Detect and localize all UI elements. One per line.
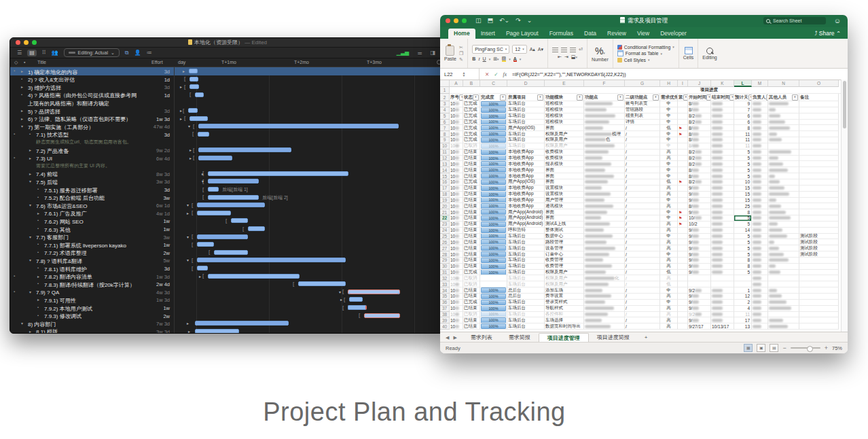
cell-progress[interactable]: 100% <box>480 294 507 300</box>
filter-icon[interactable]: ▾ <box>683 94 689 101</box>
gantt-bar[interactable] <box>189 77 198 82</box>
cell-funcpoint[interactable]: 化 <box>584 275 625 281</box>
cell-module[interactable]: 收费管理 <box>545 258 584 264</box>
cell-others[interactable] <box>768 234 799 240</box>
task-row[interactable]: ▾7.8) ? 语料库&翻译5w <box>10 256 174 264</box>
font-size-select[interactable]: 12▾ <box>512 45 526 54</box>
cell-flag[interactable] <box>678 300 688 306</box>
cell-progress[interactable]: 100% <box>480 113 507 120</box>
cell-flag[interactable]: ⚑ <box>678 125 688 131</box>
disclosure-icon[interactable]: • <box>37 313 39 317</box>
column-header[interactable]: 预计天▾ <box>734 94 752 101</box>
cell-funcpoint[interactable] <box>584 120 625 126</box>
cell-end-date[interactable] <box>711 258 734 264</box>
cell-start-date[interactable]: 8/ <box>688 167 711 173</box>
cell-flag[interactable] <box>678 167 688 173</box>
cell-subfunc[interactable]: / <box>625 150 660 156</box>
cell-remark[interactable] <box>799 173 839 179</box>
cell-owner[interactable] <box>752 300 768 306</box>
gantt-bar[interactable] <box>198 147 291 152</box>
row-number[interactable]: 12 <box>440 156 450 162</box>
cell-remark[interactable] <box>799 192 839 198</box>
cell-serial[interactable]: 10 <box>450 294 463 300</box>
cell-start-date[interactable]: 8/ <box>688 125 711 131</box>
column-header[interactable]: 功能点▾ <box>584 94 625 101</box>
cell-flag[interactable]: ⚑ <box>678 179 688 186</box>
column-header[interactable]: 二级功能点▾ <box>625 94 660 101</box>
cell-days[interactable]: 14 <box>734 228 752 234</box>
cell-flag[interactable] <box>678 156 688 162</box>
editing-button[interactable]: Editing <box>702 48 717 60</box>
cell-start-date[interactable]: 9/ <box>688 258 711 264</box>
cell-days[interactable]: 2 <box>734 300 752 306</box>
filter-icon[interactable]: ▾ <box>617 94 623 101</box>
cell-end-date[interactable] <box>711 234 734 240</box>
page-break-view-icon[interactable]: ▤ <box>770 344 778 352</box>
cell-start-date[interactable]: 8/ <box>688 203 711 209</box>
zoom-in-icon[interactable]: + <box>825 345 828 351</box>
cell-others[interactable] <box>768 120 799 126</box>
task-row[interactable]: ▪▸7.3) UI需要汇总整理所有的主要 UI 内容。6w 4d <box>10 154 174 170</box>
bar-disclosure-icon[interactable]: ▾ <box>187 258 189 262</box>
row-number[interactable]: 14 <box>440 167 450 173</box>
cell-funcpoint[interactable] <box>584 186 625 192</box>
resources-icon[interactable]: 👥 <box>52 50 58 56</box>
column-letter[interactable]: B <box>463 80 480 87</box>
row-number[interactable]: 5 <box>440 113 450 120</box>
assign-resource-icon[interactable]: 👤 <box>134 50 141 56</box>
cell-others[interactable] <box>768 270 799 276</box>
cell-status[interactable]: 已结束 <box>463 239 480 245</box>
cell-priority[interactable]: 高 <box>660 150 678 156</box>
cell-end-date[interactable] <box>711 143 734 150</box>
bar-disclosure-icon[interactable]: ▸ <box>180 84 182 89</box>
gantt-bar[interactable] <box>195 321 289 326</box>
row-number[interactable]: 31 <box>440 270 450 276</box>
cell-subfunc[interactable]: 账号列表页 <box>625 101 660 107</box>
cell-owner[interactable] <box>752 173 768 179</box>
cell-owner[interactable] <box>752 323 768 330</box>
column-header[interactable]: 完成度▾ <box>480 94 507 101</box>
task-row[interactable]: ▪▸7.8.2) 翻译内容清单1w 3d <box>10 273 174 281</box>
cell-module[interactable]: 导航样式 <box>545 306 584 312</box>
cell-status[interactable]: 已结束 <box>463 192 480 198</box>
cell-days[interactable]: 15 <box>734 192 752 198</box>
row-number[interactable]: 7 <box>440 125 450 131</box>
filter-icon[interactable]: ▾ <box>500 94 506 101</box>
cell-module[interactable]: 界面 <box>545 215 584 222</box>
cell-module[interactable]: 整体测试 <box>545 228 584 234</box>
confirm-entry-icon[interactable]: ✓ <box>494 71 498 77</box>
cell-others[interactable] <box>768 323 799 330</box>
row-number[interactable]: 28 <box>440 251 450 258</box>
bar-disclosure-icon[interactable]: ▸ <box>187 321 189 326</box>
cell-module[interactable]: 设备管理 <box>545 245 584 251</box>
cell-priority[interactable]: 中 <box>660 173 678 179</box>
cell-serial[interactable]: 10 <box>450 131 463 137</box>
task-row[interactable]: •7.9.2) 本地用户测试1w <box>10 304 174 312</box>
cell-start-date[interactable]: 8/ <box>688 173 711 179</box>
bar-disclosure-icon[interactable]: ▾ <box>187 234 189 239</box>
cell-end-date[interactable] <box>711 179 734 186</box>
cell-days[interactable]: 15 <box>734 198 752 204</box>
cell-priority[interactable]: 中 <box>660 137 678 143</box>
cell-status[interactable]: 已结束 <box>463 294 480 300</box>
cell-funcpoint[interactable] <box>584 125 625 131</box>
row-number[interactable]: 21 <box>440 209 450 215</box>
cell-funcpoint[interactable] <box>584 234 625 240</box>
cell-owner[interactable] <box>752 306 768 312</box>
cell-module[interactable]: 巡检模块 <box>545 101 584 107</box>
cell-status[interactable]: 已完成 <box>463 120 480 126</box>
leveling-icon[interactable]: ≔ <box>147 50 152 56</box>
cell-remark[interactable] <box>799 167 839 173</box>
conditional-formatting-button[interactable]: Conditional Formatting▾ <box>617 45 674 50</box>
cell-priority[interactable]: 中 <box>660 107 678 113</box>
cell-start-date[interactable]: 9/ <box>688 264 711 270</box>
normal-view-icon[interactable]: ▦ <box>744 344 753 352</box>
task-row[interactable]: ▾7.7) 客服部门3w <box>10 233 174 241</box>
cells-button[interactable]: Cells <box>683 47 694 60</box>
cell-status[interactable]: 已结束 <box>463 215 480 222</box>
cell-serial[interactable]: 10 <box>450 275 463 281</box>
cell-start-date[interactable]: 9/ <box>688 245 711 251</box>
cell-funcpoint[interactable] <box>584 107 625 113</box>
cell-module[interactable]: 权限及用户 <box>545 131 584 137</box>
cell-module[interactable]: 设置模块 <box>545 186 584 192</box>
